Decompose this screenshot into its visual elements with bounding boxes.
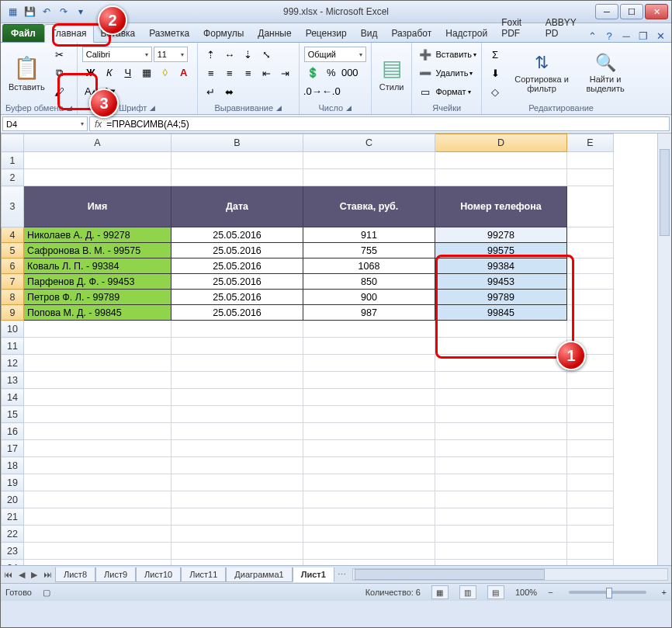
cell[interactable]: [171, 152, 303, 169]
bold-icon[interactable]: Ж: [82, 64, 99, 81]
cell[interactable]: [567, 274, 614, 290]
indent-inc-icon[interactable]: ⇥: [277, 64, 294, 82]
horizontal-scrollbar[interactable]: [352, 568, 668, 581]
cell[interactable]: [24, 423, 171, 440]
row-header[interactable]: 21: [2, 508, 24, 526]
phone-cell[interactable]: 99845: [435, 305, 567, 321]
name-cell[interactable]: Николаев А. Д. - 99278: [24, 227, 171, 243]
rate-cell[interactable]: 987: [303, 305, 435, 321]
row-header[interactable]: 6: [2, 258, 24, 274]
format-cells-label[interactable]: Формат: [435, 87, 466, 96]
cell[interactable]: [435, 152, 567, 169]
cell[interactable]: [24, 560, 171, 566]
sheet-nav-next-icon[interactable]: ▶: [28, 570, 40, 580]
column-header[interactable]: C: [303, 134, 435, 152]
sheet-nav-prev-icon[interactable]: ◀: [16, 570, 28, 580]
phone-cell[interactable]: 99278: [435, 227, 567, 243]
row-header[interactable]: 8: [2, 290, 24, 305]
mdi-restore-icon[interactable]: ❐: [637, 29, 649, 42]
cell[interactable]: [171, 406, 303, 423]
name-cell[interactable]: Коваль Л. П. - 99384: [24, 258, 171, 274]
row-header[interactable]: 16: [2, 423, 24, 440]
indent-dec-icon[interactable]: ⇤: [258, 64, 275, 82]
format-painter-icon[interactable]: 🖌: [51, 83, 68, 100]
cell[interactable]: [303, 474, 435, 491]
cell[interactable]: [567, 457, 614, 474]
insert-cells-icon[interactable]: ➕: [417, 46, 434, 63]
cell[interactable]: [171, 355, 303, 372]
cell[interactable]: [567, 474, 614, 491]
cell[interactable]: [24, 440, 171, 457]
phone-cell[interactable]: 99575: [435, 243, 567, 258]
format-cells-icon[interactable]: ▭: [417, 83, 434, 100]
font-dialog-icon[interactable]: ◢: [150, 104, 155, 112]
table-header-cell[interactable]: Имя: [24, 186, 171, 227]
cell[interactable]: [24, 406, 171, 423]
qat-customize-icon[interactable]: ▾: [74, 5, 88, 19]
mdi-minimize-icon[interactable]: ─: [620, 29, 632, 42]
sheet-tab[interactable]: Диаграмма1: [226, 567, 292, 582]
table-header-cell[interactable]: Ставка, руб.: [303, 186, 435, 227]
dec-decimal-icon[interactable]: ←.0: [323, 82, 340, 99]
cell[interactable]: [435, 457, 567, 474]
align-bottom-icon[interactable]: ⇣: [240, 46, 257, 63]
sheet-tab[interactable]: Лист10: [136, 567, 181, 582]
row-header[interactable]: 19: [2, 474, 24, 491]
cell[interactable]: [24, 372, 171, 389]
row-header[interactable]: 9: [2, 305, 24, 321]
percent-icon[interactable]: %: [323, 64, 340, 81]
sort-filter-button[interactable]: ⇅ Сортировка и фильтр: [511, 51, 572, 95]
tab-file[interactable]: Файл: [2, 24, 44, 42]
table-header-cell[interactable]: Номер телефона: [435, 186, 567, 227]
cell[interactable]: [24, 508, 171, 526]
tab-formulas[interactable]: Формулы: [196, 24, 251, 42]
clipboard-dialog-icon[interactable]: ◢: [67, 104, 72, 112]
date-cell[interactable]: 25.05.2016: [171, 290, 303, 305]
cell[interactable]: [171, 560, 303, 566]
cell[interactable]: [171, 457, 303, 474]
row-header[interactable]: 5: [2, 243, 24, 258]
align-middle-icon[interactable]: ↔: [221, 46, 238, 63]
cell[interactable]: [303, 406, 435, 423]
name-cell[interactable]: Петров Ф. Л. - 99789: [24, 290, 171, 305]
cell[interactable]: [24, 321, 171, 338]
autosum-icon[interactable]: Σ: [487, 46, 504, 63]
cell[interactable]: [567, 290, 614, 305]
cell[interactable]: [435, 389, 567, 406]
cell[interactable]: [24, 355, 171, 372]
italic-icon[interactable]: К: [101, 64, 118, 81]
cell[interactable]: [567, 423, 614, 440]
tab-review[interactable]: Рецензир: [299, 24, 354, 42]
cell[interactable]: [303, 355, 435, 372]
row-header[interactable]: 4: [2, 227, 24, 243]
tab-developer[interactable]: Разработ: [384, 24, 438, 42]
fill-color-icon[interactable]: ◊: [157, 64, 174, 81]
cell[interactable]: [171, 372, 303, 389]
view-break-icon[interactable]: ▤: [487, 585, 504, 599]
date-cell[interactable]: 25.05.2016: [171, 274, 303, 290]
align-left-icon[interactable]: ≡: [203, 64, 220, 82]
cell[interactable]: [24, 389, 171, 406]
cell[interactable]: [567, 321, 614, 338]
row-header[interactable]: 7: [2, 274, 24, 290]
align-center-icon[interactable]: ≡: [221, 64, 238, 82]
row-header[interactable]: 13: [2, 372, 24, 389]
cell[interactable]: [567, 258, 614, 274]
sheet-tab[interactable]: Лист11: [181, 567, 226, 582]
number-format-combo[interactable]: Общий▾: [304, 47, 366, 62]
cell[interactable]: [171, 169, 303, 186]
zoom-in-icon[interactable]: +: [662, 588, 667, 597]
minimize-button[interactable]: ─: [595, 4, 618, 19]
paste-button[interactable]: 📋 Вставить: [5, 54, 48, 93]
comma-icon[interactable]: 000: [341, 64, 359, 81]
select-all-button[interactable]: [2, 134, 24, 152]
name-box[interactable]: D4▾: [2, 116, 88, 131]
row-header[interactable]: 18: [2, 457, 24, 474]
delete-cells-icon[interactable]: ➖: [417, 64, 434, 82]
row-header[interactable]: 1: [2, 152, 24, 169]
cell[interactable]: [435, 491, 567, 508]
inc-decimal-icon[interactable]: .0→: [304, 82, 321, 99]
row-header[interactable]: 23: [2, 543, 24, 560]
align-right-icon[interactable]: ≡: [240, 64, 257, 82]
copy-icon[interactable]: ⧉: [51, 64, 68, 82]
